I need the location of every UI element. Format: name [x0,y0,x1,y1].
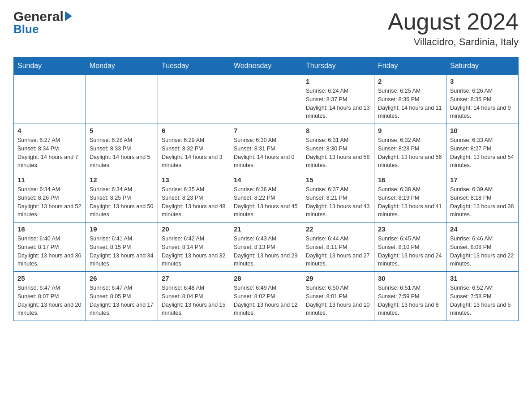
day-info: Sunrise: 6:51 AM Sunset: 7:59 PM Dayligh… [378,284,442,317]
calendar-cell: 23Sunrise: 6:45 AM Sunset: 8:10 PM Dayli… [374,223,446,272]
day-info: Sunrise: 6:47 AM Sunset: 8:07 PM Dayligh… [17,284,82,317]
day-info: Sunrise: 6:52 AM Sunset: 7:58 PM Dayligh… [450,284,515,317]
day-info: Sunrise: 6:24 AM Sunset: 8:37 PM Dayligh… [306,87,370,120]
weekday-header-saturday: Saturday [446,57,519,75]
weekday-header-sunday: Sunday [14,57,86,75]
calendar-title: August 2024 [388,9,519,34]
day-info: Sunrise: 6:30 AM Sunset: 8:31 PM Dayligh… [234,136,298,170]
logo-blue-text: Blue [13,22,39,36]
day-info: Sunrise: 6:40 AM Sunset: 8:17 PM Dayligh… [17,235,82,268]
day-number: 4 [17,127,82,134]
calendar-cell: 3Sunrise: 6:26 AM Sunset: 8:35 PM Daylig… [446,75,519,124]
calendar-cell: 22Sunrise: 6:44 AM Sunset: 8:11 PM Dayli… [302,223,374,272]
day-number: 16 [378,176,442,184]
day-number: 25 [17,274,82,282]
calendar-week-row: 25Sunrise: 6:47 AM Sunset: 8:07 PM Dayli… [14,272,519,321]
weekday-header-wednesday: Wednesday [230,57,302,75]
calendar-cell: 8Sunrise: 6:31 AM Sunset: 8:30 PM Daylig… [302,124,374,173]
day-info: Sunrise: 6:43 AM Sunset: 8:13 PM Dayligh… [234,235,298,268]
day-info: Sunrise: 6:44 AM Sunset: 8:11 PM Dayligh… [306,235,370,268]
calendar-cell: 4Sunrise: 6:27 AM Sunset: 8:34 PM Daylig… [14,124,86,173]
calendar-cell: 17Sunrise: 6:39 AM Sunset: 8:18 PM Dayli… [446,173,519,223]
day-number: 24 [450,225,515,233]
calendar-cell: 29Sunrise: 6:50 AM Sunset: 8:01 PM Dayli… [302,272,374,321]
day-info: Sunrise: 6:27 AM Sunset: 8:34 PM Dayligh… [17,136,82,170]
calendar-cell [230,75,302,124]
calendar-cell [158,75,230,124]
calendar-cell: 13Sunrise: 6:35 AM Sunset: 8:23 PM Dayli… [158,173,230,223]
day-info: Sunrise: 6:32 AM Sunset: 8:28 PM Dayligh… [378,136,442,170]
title-block: August 2024 Villacidro, Sardinia, Italy [388,9,519,48]
day-number: 21 [234,225,298,233]
day-info: Sunrise: 6:33 AM Sunset: 8:27 PM Dayligh… [450,136,515,170]
day-number: 12 [90,176,154,184]
calendar-cell: 15Sunrise: 6:37 AM Sunset: 8:21 PM Dayli… [302,173,374,223]
calendar-cell: 9Sunrise: 6:32 AM Sunset: 8:28 PM Daylig… [374,124,446,173]
day-number: 8 [306,127,370,134]
day-number: 28 [234,274,298,282]
day-number: 14 [234,176,298,184]
calendar-table: SundayMondayTuesdayWednesdayThursdayFrid… [13,57,519,321]
day-info: Sunrise: 6:47 AM Sunset: 8:05 PM Dayligh… [90,284,154,317]
day-number: 30 [378,274,442,282]
calendar-cell: 1Sunrise: 6:24 AM Sunset: 8:37 PM Daylig… [302,75,374,124]
day-info: Sunrise: 6:36 AM Sunset: 8:22 PM Dayligh… [234,185,298,219]
calendar-cell: 20Sunrise: 6:42 AM Sunset: 8:14 PM Dayli… [158,223,230,272]
day-number: 3 [450,77,515,85]
calendar-cell: 24Sunrise: 6:46 AM Sunset: 8:08 PM Dayli… [446,223,519,272]
day-number: 20 [162,225,226,233]
day-info: Sunrise: 6:31 AM Sunset: 8:30 PM Dayligh… [306,136,370,170]
day-info: Sunrise: 6:42 AM Sunset: 8:14 PM Dayligh… [162,235,226,268]
day-number: 22 [306,225,370,233]
day-info: Sunrise: 6:28 AM Sunset: 8:33 PM Dayligh… [90,136,154,170]
weekday-header-row: SundayMondayTuesdayWednesdayThursdayFrid… [14,57,519,75]
day-number: 26 [90,274,154,282]
day-number: 23 [378,225,442,233]
weekday-header-tuesday: Tuesday [158,57,230,75]
day-number: 5 [90,127,154,134]
calendar-week-row: 1Sunrise: 6:24 AM Sunset: 8:37 PM Daylig… [14,75,519,124]
calendar-cell: 21Sunrise: 6:43 AM Sunset: 8:13 PM Dayli… [230,223,302,272]
day-number: 19 [90,225,154,233]
logo: General Blue [13,9,72,36]
weekday-header-monday: Monday [86,57,158,75]
calendar-week-row: 18Sunrise: 6:40 AM Sunset: 8:17 PM Dayli… [14,223,519,272]
calendar-cell: 28Sunrise: 6:49 AM Sunset: 8:02 PM Dayli… [230,272,302,321]
day-info: Sunrise: 6:48 AM Sunset: 8:04 PM Dayligh… [162,284,226,317]
day-info: Sunrise: 6:26 AM Sunset: 8:35 PM Dayligh… [450,87,515,120]
calendar-cell: 26Sunrise: 6:47 AM Sunset: 8:05 PM Dayli… [86,272,158,321]
calendar-cell [86,75,158,124]
calendar-cell [14,75,86,124]
day-number: 1 [306,77,370,85]
calendar-cell: 31Sunrise: 6:52 AM Sunset: 7:58 PM Dayli… [446,272,519,321]
day-info: Sunrise: 6:39 AM Sunset: 8:18 PM Dayligh… [450,185,515,219]
day-number: 17 [450,176,515,184]
day-info: Sunrise: 6:50 AM Sunset: 8:01 PM Dayligh… [306,284,370,317]
day-info: Sunrise: 6:37 AM Sunset: 8:21 PM Dayligh… [306,185,370,219]
calendar-subtitle: Villacidro, Sardinia, Italy [388,36,519,48]
calendar-cell: 19Sunrise: 6:41 AM Sunset: 8:15 PM Dayli… [86,223,158,272]
calendar-week-row: 4Sunrise: 6:27 AM Sunset: 8:34 PM Daylig… [14,124,519,173]
weekday-header-thursday: Thursday [302,57,374,75]
calendar-cell: 14Sunrise: 6:36 AM Sunset: 8:22 PM Dayli… [230,173,302,223]
day-info: Sunrise: 6:38 AM Sunset: 8:19 PM Dayligh… [378,185,442,219]
day-info: Sunrise: 6:29 AM Sunset: 8:32 PM Dayligh… [162,136,226,170]
day-number: 7 [234,127,298,134]
day-number: 10 [450,127,515,134]
calendar-cell: 25Sunrise: 6:47 AM Sunset: 8:07 PM Dayli… [14,272,86,321]
calendar-cell: 7Sunrise: 6:30 AM Sunset: 8:31 PM Daylig… [230,124,302,173]
day-number: 29 [306,274,370,282]
weekday-header-friday: Friday [374,57,446,75]
day-info: Sunrise: 6:46 AM Sunset: 8:08 PM Dayligh… [450,235,515,268]
day-info: Sunrise: 6:45 AM Sunset: 8:10 PM Dayligh… [378,235,442,268]
day-number: 18 [17,225,82,233]
day-number: 6 [162,127,226,134]
day-info: Sunrise: 6:34 AM Sunset: 8:26 PM Dayligh… [17,185,82,219]
calendar-cell: 27Sunrise: 6:48 AM Sunset: 8:04 PM Dayli… [158,272,230,321]
day-number: 31 [450,274,515,282]
day-number: 2 [378,77,442,85]
day-info: Sunrise: 6:41 AM Sunset: 8:15 PM Dayligh… [90,235,154,268]
calendar-cell: 2Sunrise: 6:25 AM Sunset: 8:36 PM Daylig… [374,75,446,124]
day-number: 13 [162,176,226,184]
calendar-cell: 12Sunrise: 6:34 AM Sunset: 8:25 PM Dayli… [86,173,158,223]
